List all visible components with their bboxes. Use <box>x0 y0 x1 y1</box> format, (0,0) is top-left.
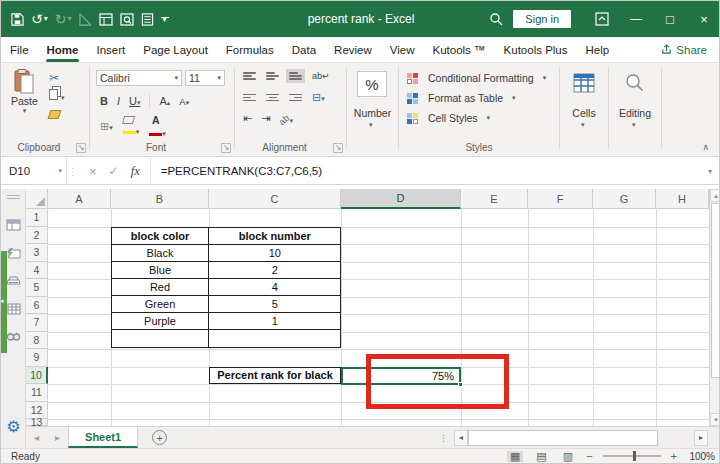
tab-insert[interactable]: Insert <box>87 39 134 61</box>
tab-view[interactable]: View <box>381 39 424 61</box>
editing-button[interactable] <box>624 72 646 94</box>
customize-qat-icon[interactable]: ▾ <box>161 17 169 21</box>
paste-button[interactable]: Paste ▾ <box>11 69 38 115</box>
row-header-10[interactable]: 10 <box>26 367 48 385</box>
borders-button[interactable]: ⊞▾ <box>100 120 113 133</box>
vertical-scroll-thumb[interactable] <box>711 203 720 378</box>
cells-button[interactable] <box>572 72 596 94</box>
row-header-11[interactable]: 11 <box>26 384 48 402</box>
row-header-7[interactable]: 7 <box>26 314 48 332</box>
undo-button[interactable]: ↺▾ <box>31 12 48 26</box>
align-center-icon[interactable] <box>266 94 279 102</box>
table-cell-empty[interactable] <box>209 330 341 347</box>
copy-chevron-icon[interactable]: ▾ <box>61 94 65 101</box>
normal-view-icon[interactable]: ▦ <box>507 451 523 462</box>
formula-input[interactable]: =PERCENTRANK(C3:C7,C6,5) <box>151 165 699 177</box>
number-format-button[interactable]: % <box>357 71 387 97</box>
column-header-a[interactable]: A <box>48 189 111 209</box>
bottom-align-icon[interactable] <box>289 72 302 80</box>
share-button[interactable]: Share <box>661 44 707 56</box>
increase-font-button[interactable]: A▴ <box>159 95 170 107</box>
tab-data[interactable]: Data <box>283 39 325 61</box>
row-header-2[interactable]: 2 <box>26 227 48 245</box>
column-header-d[interactable]: D <box>341 189 461 209</box>
row-header-13[interactable]: 13 <box>26 419 48 426</box>
page-break-view-icon[interactable]: ▥ <box>560 451 576 462</box>
tab-split-handle[interactable]: ⋮ <box>439 433 448 443</box>
row-header-4[interactable]: 4 <box>26 262 48 280</box>
insert-function-icon[interactable]: fx <box>131 164 140 179</box>
cut-button[interactable]: ✂ <box>49 71 59 85</box>
close-button[interactable]: × <box>687 1 720 37</box>
table-cell[interactable]: Blue <box>112 262 209 279</box>
tab-kutools-plus[interactable]: Kutools Plus <box>495 39 577 61</box>
sheet-nav-left-icon[interactable]: ◂ <box>26 432 47 443</box>
tab-formulas[interactable]: Formulas <box>217 39 283 61</box>
vertical-scrollbar[interactable]: ▴ ▾ <box>709 189 720 426</box>
fill-color-button[interactable]: ▾ <box>123 116 140 136</box>
table-cell-empty[interactable] <box>112 330 209 347</box>
decrease-font-button[interactable]: A▾ <box>179 95 189 107</box>
zoom-slider-thumb[interactable] <box>633 451 636 461</box>
advanced-find-icon[interactable] <box>1 331 26 342</box>
increase-indent-icon[interactable]: ⇥ <box>261 112 270 125</box>
search-icon[interactable] <box>489 12 503 26</box>
table-cell[interactable]: Green <box>112 296 209 313</box>
table-cell[interactable]: 10 <box>209 245 341 262</box>
tab-file[interactable]: File <box>1 39 38 61</box>
column-header-h[interactable]: H <box>656 189 709 209</box>
orientation-icon[interactable]: ab▾ <box>279 113 293 125</box>
column-list-icon[interactable] <box>1 303 26 315</box>
cells-chevron-icon[interactable]: ▾ <box>581 121 585 129</box>
tab-kutools[interactable]: Kutools ™ <box>424 39 495 61</box>
horizontal-scroll-thumb[interactable] <box>468 430 658 446</box>
new-sheet-icon[interactable]: + <box>152 430 167 445</box>
formula-bar-handle[interactable]: ⋮ <box>67 166 79 177</box>
tab-help[interactable]: Help <box>577 39 619 61</box>
font-size-select[interactable]: 11▾ <box>185 70 225 86</box>
copy-button[interactable]: ▾ <box>49 89 64 102</box>
table-header-cell[interactable]: block color <box>112 228 209 245</box>
zoom-level[interactable]: 100% <box>687 451 715 462</box>
sheet-nav-right-icon[interactable]: ▸ <box>47 432 68 443</box>
row-header-9[interactable]: 9 <box>26 349 48 367</box>
page-layout-view-icon[interactable]: ▤ <box>533 451 549 462</box>
calculator-icon[interactable] <box>141 13 154 26</box>
column-header-f[interactable]: F <box>528 189 593 209</box>
column-header-c[interactable]: C <box>209 189 341 209</box>
zoom-out-icon[interactable]: − <box>586 450 592 462</box>
column-header-g[interactable]: G <box>593 189 656 209</box>
table-cell[interactable]: 2 <box>209 262 341 279</box>
select-all-corner[interactable] <box>26 189 48 209</box>
editing-chevron-icon[interactable]: ▾ <box>632 121 636 129</box>
cancel-icon[interactable]: × <box>89 164 97 179</box>
table-cell[interactable]: 1 <box>209 313 341 330</box>
name-box-chevron-icon[interactable]: ▾ <box>58 167 62 175</box>
table-cell[interactable]: Purple <box>112 313 209 330</box>
align-left-icon[interactable] <box>243 94 256 102</box>
underline-button[interactable]: U▾ <box>129 95 140 107</box>
kutools-settings-gear-icon[interactable]: ⚙ <box>1 417 26 436</box>
column-header-b[interactable]: B <box>111 189 209 209</box>
scroll-down-icon[interactable]: ▾ <box>710 413 720 426</box>
reading-layout-icon[interactable] <box>1 275 26 287</box>
row-header-1[interactable]: 1 <box>26 209 48 227</box>
alignment-dialog-launcher-icon[interactable]: ↘ <box>333 143 343 153</box>
horizontal-scrollbar[interactable]: ⋮ ◂ ▸ <box>439 427 720 448</box>
table-header-cell[interactable]: block number <box>209 228 341 245</box>
font-dialog-launcher-icon[interactable]: ↘ <box>221 143 231 153</box>
snapshot-icon[interactable] <box>1 247 26 259</box>
number-chevron-icon[interactable]: ▾ <box>369 121 373 129</box>
minimize-button[interactable]: — <box>619 1 653 37</box>
hscroll-right-icon[interactable]: ▸ <box>694 430 708 446</box>
result-label-cell[interactable]: Percent rank for black <box>209 367 341 385</box>
font-family-select[interactable]: Calibri▾ <box>96 70 182 86</box>
font-color-button[interactable]: A▾ <box>149 114 166 138</box>
collapse-ribbon-icon[interactable]: ∧ <box>702 142 709 152</box>
save-icon[interactable] <box>11 13 24 26</box>
paste-chevron-icon[interactable]: ▾ <box>23 107 27 115</box>
pane-handle[interactable] <box>7 195 20 199</box>
bold-button[interactable]: B <box>100 95 108 107</box>
decrease-indent-icon[interactable]: ⇤ <box>243 112 252 125</box>
format-as-table-button[interactable]: Format as Table ▾ <box>407 92 516 104</box>
